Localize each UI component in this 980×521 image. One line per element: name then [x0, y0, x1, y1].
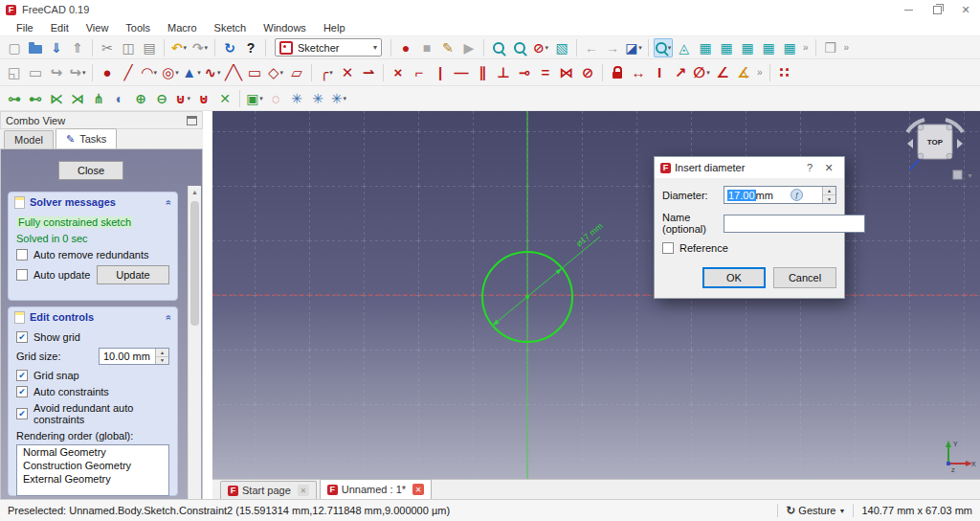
- scrollbar-thumb[interactable]: [190, 201, 199, 326]
- map-sketch-button[interactable]: ↪: [47, 63, 66, 82]
- macro-stop-button[interactable]: ■: [417, 38, 436, 57]
- create-rectangle-button[interactable]: ▭: [245, 63, 264, 82]
- nav-style-selector[interactable]: ↻ Gesture ▼: [786, 504, 845, 517]
- create-fillet-button[interactable]: ╭▾: [317, 63, 336, 82]
- float-panel-icon[interactable]: [187, 116, 197, 125]
- constrain-perpendicular-button[interactable]: ⊥: [494, 63, 513, 82]
- rendering-order-item[interactable]: Normal Geometry: [17, 445, 168, 459]
- grid-snap-checkbox[interactable]: [16, 370, 28, 381]
- expression-editor-icon[interactable]: ƒ: [791, 189, 803, 201]
- show-hide-internal-geometry-button[interactable]: ◌: [266, 89, 285, 108]
- tab-start-page[interactable]: F Start page ✕: [220, 481, 317, 499]
- constrain-coincident-button[interactable]: ×: [389, 63, 408, 82]
- menu-item[interactable]: Windows: [255, 22, 315, 34]
- nav-forward-button[interactable]: →: [603, 38, 622, 57]
- redo-button[interactable]: ↷▾: [190, 38, 210, 57]
- navcube-menu-arrow-icon[interactable]: ▼: [967, 172, 973, 179]
- macro-edit-button[interactable]: ✎: [438, 38, 457, 57]
- increase-knot-multiplicity-button[interactable]: ⊎▾: [173, 89, 192, 108]
- view-sketch-button[interactable]: ▭: [26, 63, 45, 82]
- grid-size-spinbox[interactable]: 10.00 mm ▲▼: [99, 348, 169, 365]
- constrain-angle-button[interactable]: ∠: [713, 63, 732, 82]
- dialog-close-button[interactable]: ✕: [819, 157, 838, 178]
- restore-button[interactable]: [923, 0, 951, 19]
- create-arc-button[interactable]: ◠▾: [140, 63, 159, 82]
- nav-back-button[interactable]: ←: [582, 38, 601, 57]
- cut-button[interactable]: ✂: [98, 38, 117, 57]
- reference-checkbox[interactable]: [662, 242, 674, 254]
- view-right-button[interactable]: ▦: [738, 38, 757, 57]
- tab-model[interactable]: Model: [4, 130, 54, 148]
- show-control-polygon-button[interactable]: ⊷: [26, 89, 45, 108]
- constrain-parallel-button[interactable]: ∥: [473, 63, 492, 82]
- create-point-button[interactable]: ●: [98, 63, 117, 82]
- dialog-titlebar[interactable]: F Insert diameter ? ✕: [655, 157, 844, 178]
- navcube-menu-cube-icon[interactable]: [953, 170, 962, 179]
- show-knot-multiplicity-button[interactable]: ⋊: [68, 89, 87, 108]
- diameter-value[interactable]: 17.00: [727, 190, 756, 201]
- show-grid-checkbox[interactable]: [16, 331, 28, 343]
- clone-geometry-button[interactable]: ✳: [287, 89, 306, 108]
- tab-unnamed-document[interactable]: F Unnamed : 1* ✕: [320, 479, 432, 499]
- copy-geometry-button[interactable]: ✳: [308, 89, 327, 108]
- constrain-equal-button[interactable]: =: [536, 63, 555, 82]
- leave-sketch-button[interactable]: ◱: [5, 63, 24, 82]
- navcube-top-label[interactable]: TOP: [927, 138, 944, 147]
- clipping-plane-button[interactable]: ⊘▾: [531, 38, 550, 57]
- diameter-spinner[interactable]: ▲▼: [822, 187, 835, 203]
- show-curvature-comb-button[interactable]: ⋉: [47, 89, 66, 108]
- reorient-sketch-button[interactable]: ↪▾: [68, 63, 87, 82]
- constrain-point-on-object-button[interactable]: ⌐: [410, 63, 429, 82]
- macro-record-button[interactable]: ●: [396, 38, 415, 57]
- tab-tasks[interactable]: ✎ Tasks: [56, 128, 117, 148]
- view-bottom-button[interactable]: ▦: [780, 38, 799, 57]
- view-axonometric-button[interactable]: ◬: [675, 38, 694, 57]
- close-task-button[interactable]: Close: [58, 161, 123, 180]
- view-top-button[interactable]: ▦: [717, 38, 736, 57]
- menu-item[interactable]: Tools: [117, 22, 159, 34]
- minimize-button[interactable]: [894, 0, 923, 19]
- copy-button[interactable]: ◫: [119, 38, 138, 57]
- constrain-block-button[interactable]: ⊘: [578, 63, 597, 82]
- constrain-horizontal-button[interactable]: —: [452, 63, 471, 82]
- show-pole-weight-button[interactable]: ⋔: [89, 89, 108, 108]
- paste-button[interactable]: ▤: [140, 38, 159, 57]
- menu-item[interactable]: File: [8, 22, 42, 34]
- update-button[interactable]: Update: [97, 265, 169, 284]
- spin-down-icon[interactable]: ▼: [156, 357, 168, 365]
- toggle-constraints-button[interactable]: ∷: [775, 63, 794, 82]
- edit-controls-header[interactable]: Edit controls »: [9, 307, 177, 327]
- navcube-corner[interactable]: [947, 153, 952, 159]
- 3d-viewport[interactable]: ø17 mm TOP ▼ Y X Z: [212, 111, 980, 479]
- constrain-symmetric-button[interactable]: ⋈: [557, 63, 576, 82]
- avoid-redundant-checkbox[interactable]: [16, 408, 28, 419]
- toolbar-overflow-chevron[interactable]: »: [757, 67, 763, 78]
- create-bspline-button[interactable]: ∿▾: [203, 63, 222, 82]
- increase-degree-button[interactable]: ⊕: [131, 89, 150, 108]
- constrain-diameter-button[interactable]: ∅▾: [692, 63, 711, 82]
- constrain-vertical-distance-button[interactable]: I: [650, 63, 669, 82]
- save-document-button[interactable]: ⇓: [47, 38, 66, 57]
- macro-play-button[interactable]: ▶: [459, 38, 479, 57]
- orbit-rotation-button[interactable]: ◪▾: [624, 38, 643, 57]
- dialog-help-button[interactable]: ?: [800, 157, 819, 178]
- menu-item[interactable]: Help: [315, 22, 354, 34]
- trim-edge-button[interactable]: ✕: [338, 63, 357, 82]
- decrease-degree-button[interactable]: ⊖: [152, 89, 171, 108]
- tab-close-icon[interactable]: ✕: [298, 485, 309, 496]
- constrain-horizontal-distance-button[interactable]: ↔: [629, 63, 648, 82]
- whats-this-button[interactable]: ?: [241, 38, 260, 57]
- rendering-order-item[interactable]: Construction Geometry: [17, 459, 168, 472]
- navcube-corner[interactable]: [918, 125, 924, 130]
- menu-item[interactable]: Macro: [159, 22, 206, 34]
- fit-selection-button[interactable]: [510, 38, 529, 57]
- move-geometry-button[interactable]: ✳▾: [329, 89, 348, 108]
- auto-constraints-checkbox[interactable]: [16, 386, 28, 397]
- convert-to-bspline-button[interactable]: ◐: [110, 89, 129, 108]
- create-conic-button[interactable]: ▲▾: [182, 63, 201, 82]
- rendering-order-item[interactable]: External Geometry: [17, 472, 168, 486]
- toolbar-overflow-chevron[interactable]: »: [844, 42, 850, 53]
- menu-item[interactable]: Sketch: [206, 22, 256, 34]
- insert-knot-button[interactable]: ⊍: [194, 89, 213, 108]
- panel-scrollbar[interactable]: ▲ ▼: [188, 186, 201, 521]
